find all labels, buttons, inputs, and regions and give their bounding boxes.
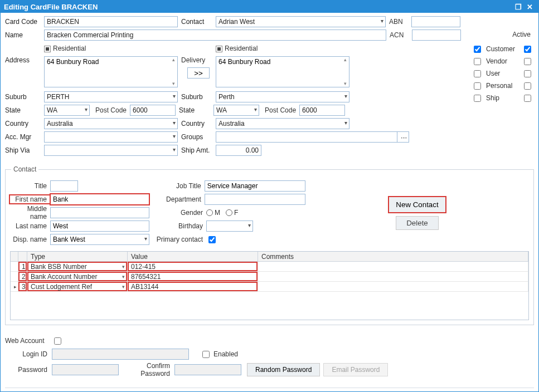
confirm-label: Confirm Password: [119, 362, 174, 378]
close-icon[interactable]: ✕: [524, 1, 535, 12]
address-input[interactable]: [44, 56, 178, 87]
row-value[interactable]: 87654321: [128, 272, 258, 281]
restore-icon[interactable]: ❐: [513, 1, 524, 12]
delete-contact-button[interactable]: Delete: [396, 216, 439, 230]
th-type[interactable]: Type: [27, 252, 128, 261]
chevron-down-icon[interactable]: ▾: [122, 264, 125, 270]
scroll-up-icon[interactable]: ▴: [169, 57, 177, 65]
contact-legend: Contact: [11, 165, 38, 173]
abn-input[interactable]: [411, 16, 460, 27]
personal-check[interactable]: [474, 82, 481, 90]
row-marker-icon: ▸: [11, 282, 18, 291]
shipamt-input[interactable]: [216, 145, 261, 156]
shipvia-label: Ship Via: [5, 146, 44, 154]
row-num[interactable]: 1: [18, 262, 27, 271]
primary-contact-check[interactable]: [208, 236, 216, 243]
ship-check2[interactable]: [524, 95, 531, 102]
shipvia-select[interactable]: [44, 145, 178, 156]
customer-check2[interactable]: [524, 46, 531, 53]
groups-lookup-button[interactable]: ···: [397, 131, 409, 143]
jobtitle-label: Job Title: [155, 182, 205, 190]
groups-input[interactable]: [216, 131, 397, 143]
state2-select[interactable]: [213, 105, 259, 116]
birthday-label: Birthday: [155, 222, 206, 230]
row-comments[interactable]: [258, 262, 528, 271]
department-label: Department: [155, 195, 205, 203]
contact-select[interactable]: [216, 16, 386, 27]
role-flags: Customer Vendor User Personal Ship: [472, 43, 533, 104]
chevron-down-icon[interactable]: ▾: [122, 284, 125, 290]
shipamt-label: Ship Amt.: [181, 146, 216, 154]
residential1-check[interactable]: [44, 46, 51, 52]
department-input[interactable]: [205, 194, 305, 205]
country2-select[interactable]: [216, 118, 349, 129]
confirm-password-input[interactable]: [174, 364, 241, 375]
password-input[interactable]: [52, 364, 119, 375]
contact-details-table: Type Value Comments 1 Bank BSB Number▾ 0…: [10, 251, 529, 320]
ship-check[interactable]: [474, 95, 481, 102]
firstname-input[interactable]: [50, 194, 149, 205]
new-contact-button[interactable]: New Contact: [389, 197, 445, 213]
title-input[interactable]: [50, 180, 78, 192]
row-type[interactable]: Cust Lodgement Ref▾: [27, 282, 128, 291]
gender-f-label: F: [234, 209, 238, 217]
dispname-select[interactable]: [50, 234, 149, 245]
customer-check[interactable]: [474, 46, 481, 53]
th-comments[interactable]: Comments: [258, 252, 528, 261]
postcode1-input[interactable]: [130, 105, 176, 116]
country2-label: Country: [181, 120, 216, 128]
vendor-check[interactable]: [474, 58, 481, 65]
chevron-down-icon[interactable]: ▾: [122, 274, 125, 280]
user-check2[interactable]: [524, 70, 531, 77]
row-num[interactable]: 3: [18, 282, 27, 291]
residential1-label: Residential: [53, 45, 86, 52]
postcode1-label: Post Code: [95, 106, 127, 114]
scroll-down-icon[interactable]: ▾: [169, 81, 177, 89]
scroll-down-icon[interactable]: ▾: [341, 81, 349, 89]
name-label: Name: [5, 31, 44, 39]
row-type[interactable]: Bank Account Number▾: [27, 272, 128, 281]
acn-input[interactable]: [412, 30, 461, 41]
middle-input[interactable]: [50, 207, 149, 218]
password-label: Password: [5, 366, 52, 374]
suburb-label: Suburb: [5, 93, 44, 101]
suburb1-select[interactable]: [44, 91, 178, 102]
gender-m-radio[interactable]: [206, 209, 213, 216]
th-value[interactable]: Value: [128, 252, 258, 261]
delivery-input[interactable]: [216, 56, 349, 87]
suburb2-select[interactable]: [216, 91, 349, 102]
random-password-button[interactable]: Random Password: [247, 363, 320, 376]
suburb2-label: Suburb: [181, 93, 216, 101]
scroll-up-icon[interactable]: ▴: [341, 57, 349, 65]
jobtitle-input[interactable]: [205, 180, 305, 192]
vendor-check2[interactable]: [524, 58, 531, 65]
abn-label: ABN: [389, 18, 411, 26]
personal-check2[interactable]: [524, 82, 531, 90]
enabled-label: Enabled: [213, 350, 238, 358]
residential2-check[interactable]: [216, 46, 222, 52]
lastname-label: Last name: [10, 222, 50, 230]
webaccount-check[interactable]: [54, 337, 61, 345]
row-value[interactable]: 012-415: [128, 262, 258, 271]
country-label: Country: [5, 120, 44, 128]
login-input[interactable]: [52, 349, 189, 360]
active-label: Active: [512, 31, 531, 38]
lastname-input[interactable]: [50, 220, 149, 232]
birthday-select[interactable]: [206, 220, 253, 232]
name-input[interactable]: [44, 30, 386, 41]
postcode2-input[interactable]: [299, 105, 345, 116]
row-comments[interactable]: [258, 282, 528, 291]
state1-select[interactable]: [44, 105, 90, 116]
card-code-input[interactable]: [44, 16, 178, 27]
gender-f-radio[interactable]: [226, 209, 232, 216]
row-value[interactable]: AB13144: [128, 282, 258, 291]
copy-address-button[interactable]: >>: [187, 67, 210, 79]
enabled-check[interactable]: [202, 351, 210, 358]
row-num[interactable]: 2: [18, 272, 27, 281]
row-comments[interactable]: [258, 272, 528, 281]
user-check[interactable]: [474, 70, 481, 77]
row-type[interactable]: Bank BSB Number▾: [27, 262, 128, 271]
user-label: User: [486, 70, 500, 77]
country1-select[interactable]: [44, 118, 178, 129]
accmgr-select[interactable]: [44, 131, 178, 143]
